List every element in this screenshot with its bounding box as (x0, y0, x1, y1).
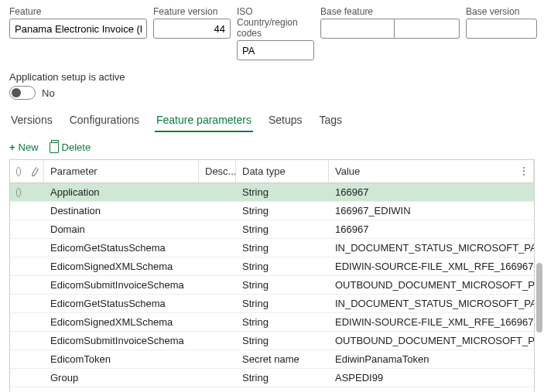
cell-parameter: URL (44, 387, 199, 392)
cell-value: IN_DOCUMENT_STATUS_MICROSOFT_PA (329, 295, 534, 312)
iso-label: ISO Country/region codes (237, 6, 314, 39)
cell-value: 166967 (329, 183, 534, 201)
col-parameter[interactable]: Parameter (44, 160, 199, 182)
tab-feature-parameters[interactable]: Feature parameters (155, 109, 253, 132)
cell-data-type: String (236, 202, 329, 220)
cell-description (199, 257, 236, 275)
base-version-input[interactable] (466, 19, 537, 39)
cell-parameter: Destination (44, 202, 199, 220)
basev-label: Base version (466, 6, 537, 17)
cell-value: EDIWIN-SOURCE-FILE_XML_RFE_166967 (329, 313, 534, 331)
cell-description (199, 295, 236, 312)
cell-parameter: EdicomSubmitInvoiceSchema (44, 332, 199, 349)
refresh-icon[interactable] (31, 165, 39, 177)
cell-data-type: String (236, 332, 329, 349)
table-row[interactable]: GroupStringASPEDI99 (10, 369, 534, 387)
select-all-radio[interactable] (16, 167, 21, 176)
cell-data-type: String (236, 313, 329, 331)
cell-value: IN_DOCUMENT_STATUS_MICROSOFT_PA (329, 239, 534, 257)
cell-data-type: String (236, 239, 329, 257)
tab-configurations[interactable]: Configurations (68, 109, 141, 132)
table-row[interactable]: URLStringhttps://ipaasgw.edicomgroup.com (10, 387, 534, 392)
table-row[interactable]: EdicomSubmitInvoiceSchemaStringOUTBOUND_… (10, 332, 534, 350)
delete-label: Delete (62, 141, 91, 153)
cell-description (199, 313, 236, 331)
table-row[interactable]: EdicomSubmitInvoiceSchemaStringOUTBOUND_… (10, 276, 534, 295)
table-row[interactable]: EdicomGetStatusSchemaStringIN_DOCUMENT_S… (10, 239, 534, 257)
table-row[interactable]: DomainString166967 (10, 220, 534, 239)
table-row[interactable]: EdicomSignedXMLSchemaStringEDIWIN-SOURCE… (10, 313, 534, 332)
version-input[interactable] (153, 19, 231, 39)
cell-description (199, 332, 236, 349)
table-body: ApplicationString166967DestinationString… (10, 183, 534, 392)
tab-setups[interactable]: Setups (267, 109, 304, 132)
active-toggle[interactable] (9, 86, 36, 100)
base-feature-input-2[interactable] (395, 19, 460, 39)
cell-data-type: String (236, 369, 329, 387)
more-options-icon[interactable]: ⋮ (518, 165, 529, 177)
new-label: New (19, 141, 39, 153)
toggle-value: No (42, 87, 55, 99)
plus-icon: + (9, 141, 15, 153)
feature-input[interactable] (9, 19, 147, 39)
table-header: Parameter Desc... Data type Value ⋮ (10, 160, 534, 183)
cell-description (199, 387, 236, 392)
cell-description (199, 276, 236, 294)
cell-data-type: String (236, 387, 329, 392)
row-radio[interactable] (16, 188, 21, 197)
new-button[interactable]: + New (9, 141, 39, 153)
tab-bar: Versions Configurations Feature paramete… (0, 103, 544, 132)
cell-description (199, 350, 236, 368)
parameters-table: Parameter Desc... Data type Value ⋮ Appl… (9, 159, 535, 392)
table-row[interactable]: EdicomGetStatusSchemaStringIN_DOCUMENT_S… (10, 295, 534, 313)
table-row[interactable]: EdicomTokenSecret nameEdiwinPanamaToken (10, 350, 534, 369)
cell-value: 166967_EDIWIN (329, 202, 534, 220)
status-label: Application setup is active (9, 71, 535, 83)
cell-data-type: Secret name (236, 350, 329, 368)
header-form: Feature Feature version ISO Country/regi… (0, 0, 544, 63)
cell-description (199, 202, 236, 220)
delete-button[interactable]: Delete (50, 141, 91, 153)
col-value[interactable]: Value (329, 160, 534, 182)
iso-input[interactable] (237, 40, 314, 60)
cell-parameter: EdicomSignedXMLSchema (44, 257, 199, 275)
trash-icon (50, 142, 59, 153)
cell-description (199, 220, 236, 238)
cell-parameter: EdicomGetStatusSchema (44, 295, 199, 312)
table-row[interactable]: EdicomSignedXMLSchemaStringEDIWIN-SOURCE… (10, 257, 534, 276)
cell-parameter: Group (44, 369, 199, 387)
cell-value: ASPEDI99 (329, 369, 534, 387)
cell-value: OUTBOUND_DOCUMENT_MICROSOFT_PA (329, 332, 534, 349)
cell-value: OUTBOUND_DOCUMENT_MICROSOFT_PA (329, 276, 534, 294)
version-label: Feature version (153, 6, 231, 17)
cell-parameter: EdicomSubmitInvoiceSchema (44, 276, 199, 294)
cell-value: EDIWIN-SOURCE-FILE_XML_RFE_166967 (329, 257, 534, 275)
cell-value: https://ipaasgw.edicomgroup.com (329, 387, 534, 392)
cell-parameter: EdicomSignedXMLSchema (44, 313, 199, 331)
col-data-type[interactable]: Data type (236, 160, 329, 182)
cell-data-type: String (236, 295, 329, 312)
cell-description (199, 183, 236, 201)
vertical-scrollbar[interactable] (536, 263, 542, 332)
base-label: Base feature (320, 6, 460, 17)
table-row[interactable]: ApplicationString166967 (10, 183, 534, 202)
cell-data-type: String (236, 220, 329, 238)
cell-parameter: EdicomGetStatusSchema (44, 239, 199, 257)
feature-label: Feature (9, 6, 147, 17)
base-feature-input[interactable] (320, 19, 395, 39)
tab-tags[interactable]: Tags (318, 109, 344, 132)
cell-value: 166967 (329, 220, 534, 238)
cell-description (199, 369, 236, 387)
cell-parameter: EdicomToken (44, 350, 199, 368)
cell-description (199, 239, 236, 257)
cell-data-type: String (236, 183, 329, 201)
cell-parameter: Domain (44, 220, 199, 238)
cell-value: EdiwinPanamaToken (329, 350, 534, 368)
cell-parameter: Application (44, 183, 199, 201)
cell-data-type: String (236, 257, 329, 275)
col-description[interactable]: Desc... (199, 160, 236, 182)
cell-data-type: String (236, 276, 329, 294)
tab-versions[interactable]: Versions (9, 109, 54, 132)
table-row[interactable]: DestinationString166967_EDIWIN (10, 202, 534, 220)
